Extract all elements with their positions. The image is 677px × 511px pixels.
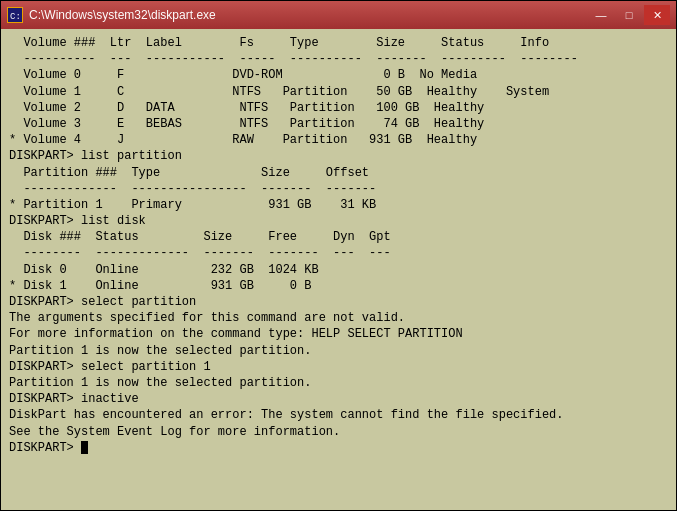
terminal-line: Partition 1 is now the selected partitio… <box>9 375 668 391</box>
terminal-line: DISKPART> list partition <box>9 148 668 164</box>
title-bar: C: C:\Windows\system32\diskpart.exe — □ … <box>1 1 676 29</box>
title-bar-left: C: C:\Windows\system32\diskpart.exe <box>7 7 216 23</box>
terminal-line: DiskPart has encountered an error: The s… <box>9 407 668 423</box>
title-bar-controls: — □ ✕ <box>588 5 670 25</box>
terminal-output[interactable]: Volume ### Ltr Label Fs Type Size Status… <box>1 29 676 510</box>
terminal-line: Volume 3 E BEBAS NTFS Partition 74 GB He… <box>9 116 668 132</box>
terminal-line: Partition 1 is now the selected partitio… <box>9 343 668 359</box>
cmd-icon: C: <box>7 7 23 23</box>
terminal-line: ---------- --- ----------- ----- -------… <box>9 51 668 67</box>
terminal-line: * Disk 1 Online 931 GB 0 B <box>9 278 668 294</box>
terminal-line: Disk 0 Online 232 GB 1024 KB <box>9 262 668 278</box>
terminal-line: The arguments specified for this command… <box>9 310 668 326</box>
window: C: C:\Windows\system32\diskpart.exe — □ … <box>0 0 677 511</box>
terminal-line: -------- ------------- ------- ------- -… <box>9 245 668 261</box>
terminal-line: * Partition 1 Primary 931 GB 31 KB <box>9 197 668 213</box>
terminal-line: DISKPART> list disk <box>9 213 668 229</box>
terminal-line: Disk ### Status Size Free Dyn Gpt <box>9 229 668 245</box>
terminal-line: DISKPART> <box>9 440 668 456</box>
terminal-line: See the System Event Log for more inform… <box>9 424 668 440</box>
minimize-button[interactable]: — <box>588 5 614 25</box>
terminal-line: Volume 1 C NTFS Partition 50 GB Healthy … <box>9 84 668 100</box>
terminal-line: For more information on the command type… <box>9 326 668 342</box>
svg-text:C:: C: <box>10 12 21 22</box>
terminal-line: DISKPART> inactive <box>9 391 668 407</box>
terminal-line: Partition ### Type Size Offset <box>9 165 668 181</box>
terminal-line: DISKPART> select partition 1 <box>9 359 668 375</box>
terminal-line: Volume 0 F DVD-ROM 0 B No Media <box>9 67 668 83</box>
terminal: Volume ### Ltr Label Fs Type Size Status… <box>1 29 676 510</box>
terminal-line: Volume 2 D DATA NTFS Partition 100 GB He… <box>9 100 668 116</box>
window-title: C:\Windows\system32\diskpart.exe <box>29 8 216 22</box>
maximize-button[interactable]: □ <box>616 5 642 25</box>
terminal-line: ------------- ---------------- ------- -… <box>9 181 668 197</box>
close-button[interactable]: ✕ <box>644 5 670 25</box>
terminal-line: * Volume 4 J RAW Partition 931 GB Health… <box>9 132 668 148</box>
cursor <box>81 441 88 454</box>
terminal-line: DISKPART> select partition <box>9 294 668 310</box>
terminal-line: Volume ### Ltr Label Fs Type Size Status… <box>9 35 668 51</box>
